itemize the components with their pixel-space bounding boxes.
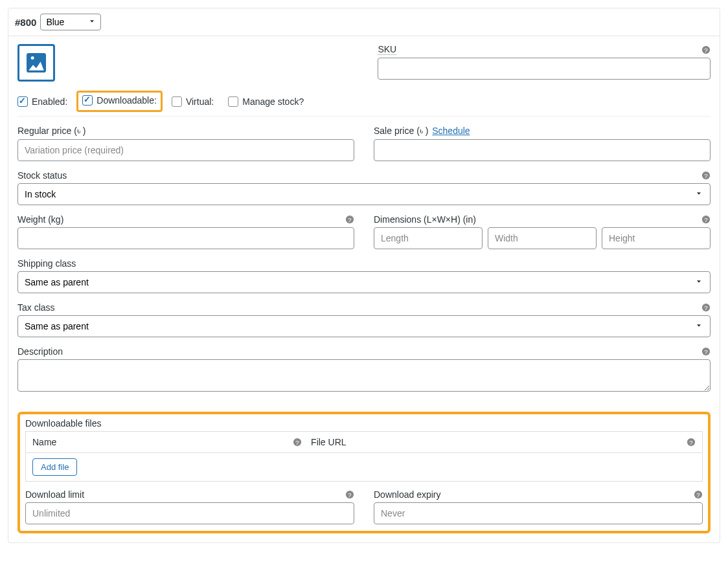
svg-text:?: ? <box>696 491 700 498</box>
svg-text:?: ? <box>348 216 351 223</box>
downloadable-highlight: Downloadable: <box>76 91 163 112</box>
help-icon[interactable]: ? <box>687 438 696 447</box>
description-label: Description <box>17 346 63 357</box>
col-url-label: File URL <box>311 437 346 447</box>
help-icon[interactable]: ? <box>293 438 302 447</box>
enabled-label: Enabled: <box>32 96 67 107</box>
help-icon[interactable]: ? <box>701 215 711 224</box>
weight-input[interactable] <box>17 227 354 249</box>
downloadable-checkbox-input[interactable] <box>82 95 93 106</box>
help-icon[interactable]: ? <box>701 347 711 356</box>
variation-id: #800 <box>15 17 36 28</box>
download-expiry-label: Download expiry <box>374 489 441 500</box>
height-input[interactable] <box>602 227 711 249</box>
attribute-select[interactable]: Blue <box>40 14 101 30</box>
svg-text:?: ? <box>704 304 707 311</box>
help-icon[interactable]: ? <box>345 215 354 224</box>
svg-text:?: ? <box>295 439 299 446</box>
downloadable-label: Downloadable: <box>97 95 157 106</box>
download-limit-label: Download limit <box>25 489 84 500</box>
variation-header: #800 Blue <box>8 8 720 36</box>
enabled-checkbox[interactable]: Enabled: <box>17 96 67 107</box>
sku-label: SKU <box>378 44 396 55</box>
regular-price-input[interactable] <box>17 139 354 161</box>
svg-text:?: ? <box>704 172 707 179</box>
tax-class-label: Tax class <box>17 302 55 313</box>
variation-image-upload[interactable] <box>17 44 55 82</box>
sale-price-label: Sale price (৳ ) Schedule <box>374 126 470 137</box>
col-name-label: Name <box>32 437 56 447</box>
sale-price-input[interactable] <box>374 139 711 161</box>
help-icon[interactable]: ? <box>701 171 711 180</box>
add-file-button[interactable]: Add file <box>32 458 77 476</box>
download-limit-input[interactable] <box>25 502 354 524</box>
svg-text:?: ? <box>348 491 351 498</box>
shipping-class-label: Shipping class <box>17 258 711 269</box>
stock-status-select[interactable]: In stock <box>17 183 711 205</box>
length-input[interactable] <box>374 227 483 249</box>
manage-stock-checkbox-input[interactable] <box>228 96 238 107</box>
description-textarea[interactable] <box>17 359 711 392</box>
help-icon[interactable]: ? <box>345 490 354 499</box>
variation-panel: #800 Blue Enabled: <box>8 8 720 543</box>
regular-price-label: Regular price (৳ ) <box>17 126 85 137</box>
downloadable-checkbox[interactable]: Downloadable: <box>82 95 157 106</box>
virtual-checkbox-input[interactable] <box>172 96 182 107</box>
svg-text:?: ? <box>704 348 707 355</box>
schedule-link[interactable]: Schedule <box>432 126 470 136</box>
weight-label: Weight (kg) <box>17 214 63 225</box>
help-icon[interactable]: ? <box>701 45 711 54</box>
downloadable-files-label: Downloadable files <box>25 418 703 429</box>
downloads-table-header: Name ? File URL ? <box>25 431 703 453</box>
width-input[interactable] <box>488 227 597 249</box>
manage-stock-label: Manage stock? <box>242 96 304 107</box>
svg-text:?: ? <box>689 439 692 446</box>
stock-status-label: Stock status <box>17 170 67 181</box>
shipping-class-select[interactable]: Same as parent <box>17 271 711 293</box>
variation-body: Enabled: Downloadable: Virtual: <box>8 36 720 407</box>
enabled-checkbox-input[interactable] <box>17 96 28 107</box>
tax-class-select[interactable]: Same as parent <box>17 315 711 337</box>
svg-text:?: ? <box>704 46 707 53</box>
svg-text:?: ? <box>704 216 707 223</box>
image-icon <box>23 50 49 76</box>
help-icon[interactable]: ? <box>694 490 703 499</box>
downloadable-section-highlight: Downloadable files Name ? File URL ? Add… <box>17 412 711 533</box>
virtual-checkbox[interactable]: Virtual: <box>172 96 214 107</box>
virtual-label: Virtual: <box>186 96 214 107</box>
sku-input[interactable] <box>378 58 711 80</box>
dimensions-label: Dimensions (L×W×H) (in) <box>374 214 476 225</box>
help-icon[interactable]: ? <box>701 303 711 312</box>
download-expiry-input[interactable] <box>374 502 703 524</box>
manage-stock-checkbox[interactable]: Manage stock? <box>228 96 304 107</box>
